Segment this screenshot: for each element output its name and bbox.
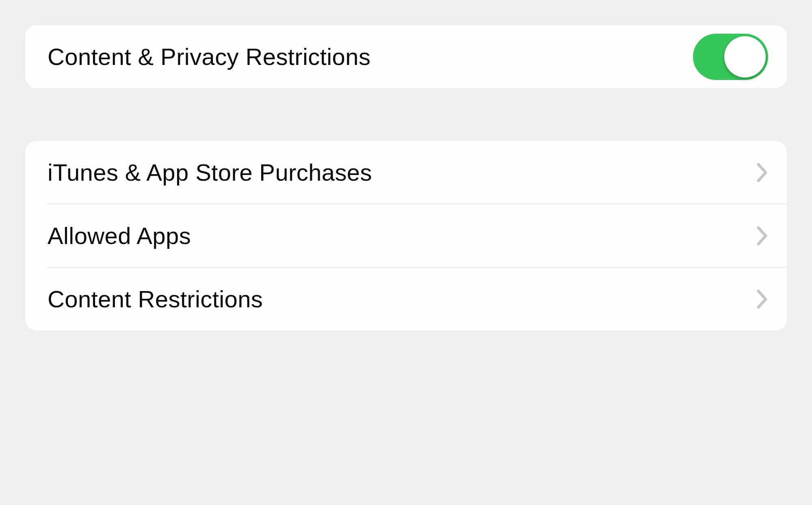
row-label: Allowed Apps	[48, 222, 191, 250]
links-group: iTunes & App Store Purchases Allowed App…	[25, 141, 787, 330]
chevron-right-icon	[757, 226, 768, 246]
allowed-apps-row[interactable]: Allowed Apps	[25, 204, 787, 267]
toggle-knob	[724, 36, 766, 78]
toggle-group: Content & Privacy Restrictions	[25, 25, 787, 88]
itunes-app-store-purchases-row[interactable]: iTunes & App Store Purchases	[25, 141, 787, 204]
content-privacy-restrictions-row: Content & Privacy Restrictions	[25, 25, 787, 88]
content-privacy-restrictions-label: Content & Privacy Restrictions	[48, 43, 370, 71]
chevron-right-icon	[757, 163, 768, 182]
content-restrictions-row[interactable]: Content Restrictions	[25, 268, 787, 330]
chevron-right-icon	[757, 289, 768, 309]
row-label: Content Restrictions	[48, 285, 263, 313]
row-label: iTunes & App Store Purchases	[48, 158, 372, 187]
content-privacy-restrictions-toggle[interactable]	[693, 34, 768, 80]
